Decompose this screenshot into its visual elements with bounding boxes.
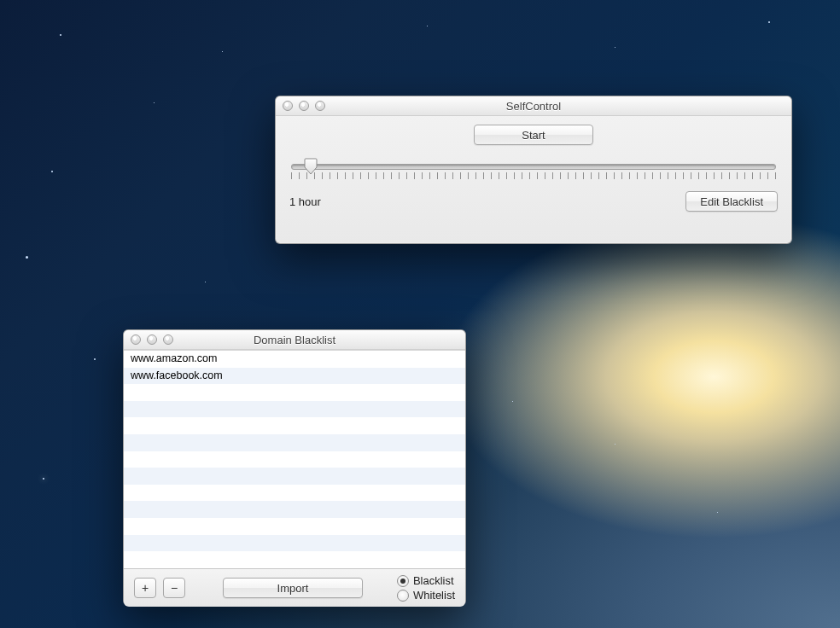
- desktop-background: SelfControl Start: [0, 0, 840, 628]
- list-item[interactable]: [124, 551, 465, 568]
- radio-whitelist[interactable]: Whitelist: [397, 588, 455, 602]
- list-item[interactable]: [124, 401, 465, 418]
- titlebar[interactable]: Domain Blacklist: [124, 330, 465, 350]
- selfcontrol-window: SelfControl Start: [275, 96, 792, 244]
- list-item[interactable]: [124, 384, 465, 401]
- duration-label: 1 hour: [289, 195, 321, 208]
- slider-ticks: [291, 172, 776, 179]
- blacklist-footer: + − Import Blacklist Whitelist: [124, 569, 465, 607]
- radio-label: Blacklist: [413, 573, 454, 588]
- remove-domain-button[interactable]: −: [163, 578, 185, 598]
- domain-blacklist-window: Domain Blacklist www.amazon.comwww.faceb…: [123, 329, 466, 606]
- radio-icon: [397, 575, 409, 587]
- duration-slider[interactable]: [291, 155, 776, 179]
- radio-icon: [397, 590, 409, 602]
- add-domain-button[interactable]: +: [134, 578, 156, 598]
- radio-label: Whitelist: [413, 588, 455, 602]
- list-item[interactable]: [124, 485, 465, 502]
- import-button[interactable]: Import: [223, 578, 363, 598]
- list-item[interactable]: [124, 451, 465, 468]
- window-title: Domain Blacklist: [124, 334, 465, 346]
- list-item[interactable]: [124, 434, 465, 451]
- list-item[interactable]: [124, 417, 465, 434]
- list-item[interactable]: [124, 501, 465, 518]
- titlebar[interactable]: SelfControl: [276, 96, 791, 116]
- list-item[interactable]: www.amazon.com: [124, 351, 465, 368]
- list-item[interactable]: www.facebook.com: [124, 368, 465, 385]
- slider-track: [291, 164, 776, 170]
- mode-radio-group: Blacklist Whitelist: [397, 573, 455, 602]
- start-button[interactable]: Start: [474, 125, 593, 145]
- domain-list[interactable]: www.amazon.comwww.facebook.com: [124, 350, 465, 569]
- edit-blacklist-button[interactable]: Edit Blacklist: [685, 191, 778, 212]
- radio-blacklist[interactable]: Blacklist: [397, 573, 455, 588]
- window-title: SelfControl: [276, 100, 791, 113]
- list-item[interactable]: [124, 535, 465, 552]
- list-item[interactable]: [124, 518, 465, 535]
- list-item[interactable]: [124, 468, 465, 485]
